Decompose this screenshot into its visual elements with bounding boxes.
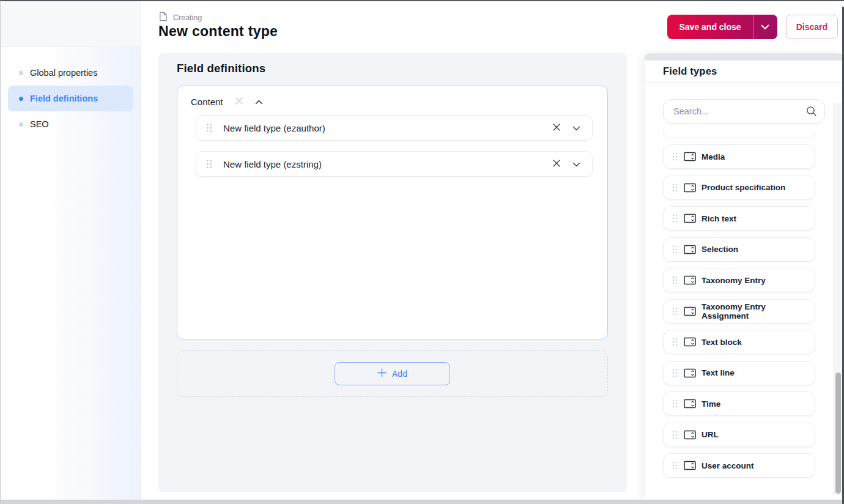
field-type-icon	[684, 368, 696, 378]
drag-handle-icon[interactable]	[672, 369, 678, 377]
field-type-icon	[684, 399, 696, 409]
field-type-label: Text block	[701, 338, 742, 347]
panel-scrollbar-thumb[interactable]	[835, 372, 841, 494]
field-types-title: Field types	[663, 65, 717, 77]
panel-top-strip	[645, 53, 843, 61]
field-type-icon	[684, 337, 696, 347]
field-type-card-url[interactable]: URL	[663, 423, 815, 447]
drag-handle-icon[interactable]	[206, 123, 212, 133]
field-definition-label: New field type (ezauthor)	[223, 123, 325, 133]
sidebar-item-label: SEO	[30, 119, 49, 129]
field-group-content: Content	[177, 86, 608, 339]
field-group-title: Content	[191, 97, 223, 107]
collapse-group-button[interactable]	[255, 97, 263, 106]
drag-handle-icon[interactable]	[672, 307, 678, 316]
chevron-up-icon	[255, 97, 263, 106]
field-definition-row[interactable]: New field type (ezstring)	[196, 151, 593, 177]
field-definition-list: New field type (ezauthor)	[177, 115, 607, 177]
field-type-card-rich-text[interactable]: Rich text	[663, 206, 815, 231]
field-types-panel: Field types Media Product sp	[645, 53, 843, 500]
field-type-card-taxonomy-entry[interactable]: Taxonomy Entry	[663, 268, 815, 292]
field-types-header: Field types	[645, 61, 843, 83]
field-type-label: Taxonomy Entry	[701, 276, 766, 285]
field-type-icon	[684, 461, 696, 470]
sidebar-nav: Global properties Field definitions SEO	[1, 47, 141, 500]
field-type-label: Time	[701, 399, 720, 409]
drag-handle-icon[interactable]	[672, 431, 678, 439]
field-type-icon	[684, 183, 696, 193]
drag-handle-icon[interactable]	[672, 461, 678, 470]
add-button-label: Add	[392, 369, 407, 379]
save-options-toggle[interactable]	[753, 15, 777, 39]
field-type-card-taxonomy-entry-assignment[interactable]: Taxonomy Entry Assignment	[663, 299, 815, 324]
field-type-icon	[684, 306, 696, 316]
field-type-card-text-block[interactable]: Text block	[663, 330, 815, 354]
drag-handle-icon[interactable]	[672, 152, 678, 161]
drag-handle-icon[interactable]	[672, 399, 678, 408]
header-actions: Save and close Discard	[667, 15, 838, 39]
expand-field-button[interactable]	[572, 124, 580, 133]
drag-handle-icon[interactable]	[672, 276, 678, 284]
page-title: New content type	[158, 23, 278, 40]
breadcrumb: Creating	[158, 12, 202, 24]
field-type-label: Taxonomy Entry Assignment	[701, 302, 815, 321]
field-definition-row[interactable]: New field type (ezauthor)	[196, 115, 593, 141]
sidebar-item-field-definitions[interactable]: Field definitions	[8, 86, 133, 111]
drag-handle-icon[interactable]	[206, 159, 212, 169]
sidebar-item-label: Global properties	[30, 68, 97, 78]
save-and-close-button[interactable]: Save and close	[667, 15, 752, 39]
field-type-label: Media	[701, 152, 725, 161]
field-type-card-time[interactable]: Time	[663, 391, 815, 416]
bullet-dot-icon	[19, 122, 23, 127]
field-type-icon	[684, 245, 696, 254]
remove-field-button[interactable]	[552, 123, 561, 133]
chevron-down-icon	[572, 124, 580, 133]
window-bottom-edge	[1, 500, 844, 504]
sidebar-top-spacer	[1, 1, 141, 46]
bullet-dot-icon	[19, 97, 23, 101]
add-group-dropzone: Add	[177, 350, 608, 397]
field-type-label: Product specification	[701, 183, 785, 192]
expand-field-button[interactable]	[572, 160, 580, 169]
search-input[interactable]	[663, 99, 825, 124]
plus-icon	[377, 368, 387, 379]
field-group-header: Content	[177, 86, 607, 115]
drag-handle-icon[interactable]	[672, 338, 678, 346]
sidebar-item-seo[interactable]: SEO	[8, 111, 133, 137]
field-types-search	[663, 99, 825, 124]
discard-button[interactable]: Discard	[786, 15, 838, 39]
chevron-down-icon	[572, 160, 580, 169]
add-group-button[interactable]: Add	[335, 362, 450, 385]
bullet-dot-icon	[19, 71, 23, 75]
field-type-label: Text line	[701, 368, 735, 377]
sidebar-item-global-properties[interactable]: Global properties	[8, 60, 133, 86]
close-icon	[235, 97, 243, 107]
field-types-list: Media Product specification Rich text Se…	[663, 128, 815, 478]
close-icon	[552, 159, 561, 169]
search-icon[interactable]	[806, 106, 817, 119]
save-and-close-split-button[interactable]: Save and close	[667, 15, 777, 39]
remove-group-button[interactable]	[235, 97, 243, 107]
field-type-icon	[684, 213, 696, 223]
panel-scrollbar-track[interactable]	[834, 103, 842, 495]
field-type-card-media[interactable]: Media	[663, 144, 815, 169]
drag-handle-icon[interactable]	[672, 245, 678, 254]
field-type-card-user-account[interactable]: User account	[663, 453, 815, 478]
app-window: Global properties Field definitions SEO …	[0, 0, 844, 504]
field-definition-label: New field type (ezstring)	[223, 159, 322, 169]
drag-handle-icon[interactable]	[672, 214, 678, 223]
field-type-label: Selection	[701, 245, 738, 254]
section-title: Field definitions	[177, 62, 265, 75]
field-type-card-selection[interactable]: Selection	[663, 237, 815, 262]
field-type-card-clipped[interactable]	[663, 128, 815, 138]
remove-field-button[interactable]	[552, 159, 561, 169]
field-type-label: User account	[701, 461, 754, 470]
close-icon	[552, 123, 561, 133]
field-type-card-text-line[interactable]: Text line	[663, 361, 815, 385]
field-type-icon	[684, 275, 696, 285]
document-icon	[158, 12, 168, 24]
chevron-down-icon	[761, 23, 769, 32]
page-header: Creating New content type Save and close…	[141, 2, 842, 53]
field-type-card-product-specification[interactable]: Product specification	[663, 176, 815, 200]
drag-handle-icon[interactable]	[672, 183, 678, 192]
